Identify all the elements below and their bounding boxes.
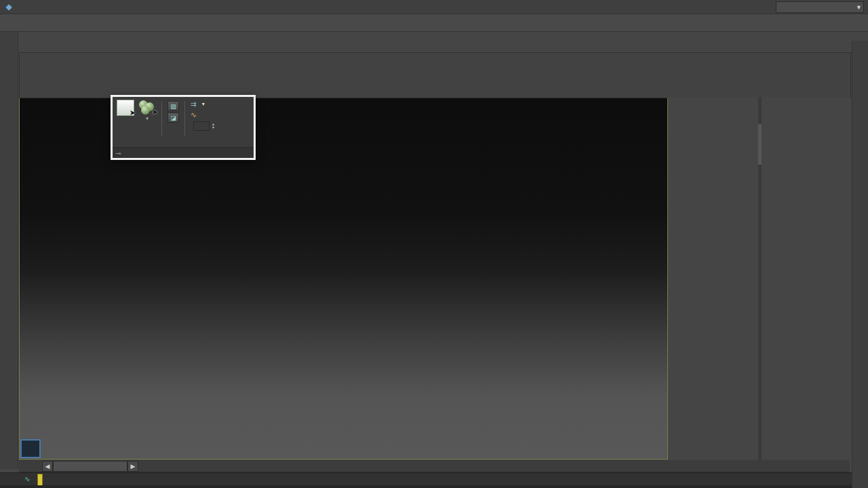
- fill-group: ▨ ◪: [167, 100, 179, 123]
- main-toolbar: [0, 14, 868, 32]
- trackbar-curves-icon[interactable]: ∿: [24, 475, 30, 483]
- steploop-icon: ⇉: [191, 100, 197, 108]
- outline-button[interactable]: ➤: [117, 100, 134, 117]
- app-logo-icon[interactable]: ◆: [0, 1, 18, 13]
- track-bar[interactable]: ∿: [0, 472, 868, 486]
- steploop-group: ⇉ ▾ ∿ ▴▾: [191, 100, 214, 131]
- steploop-button[interactable]: ⇉ ▾: [191, 100, 214, 108]
- spinner-arrows[interactable]: ▴▾: [212, 123, 214, 129]
- left-vertical-toolbar: [0, 31, 18, 469]
- modify-selection-popup: ➤ ➤ ▾ ▨ ◪ ⇉ ▾ ∿: [111, 95, 256, 160]
- menu-bar: ◆ ▾: [0, 0, 868, 14]
- previous-frame-button[interactable]: ◀: [42, 461, 53, 472]
- frame-display[interactable]: [53, 461, 127, 472]
- fill-button[interactable]: ▨: [167, 101, 179, 111]
- popup-body: ➤ ➤ ▾ ▨ ◪ ⇉ ▾ ∿: [113, 97, 254, 147]
- ribbon: [19, 52, 851, 98]
- dot-gap-field[interactable]: [193, 121, 210, 131]
- time-slider: ◀ ▶: [42, 461, 138, 472]
- step-mode-button[interactable]: ∿: [191, 110, 214, 119]
- similar-icon: ➤: [138, 100, 156, 115]
- panel-scrollbar[interactable]: [758, 97, 762, 468]
- similar-button[interactable]: ➤ ▾: [138, 100, 156, 119]
- time-slider-row: ◀ ▶: [19, 460, 850, 472]
- workspace-dropdown[interactable]: ▾: [776, 1, 864, 13]
- status-strip: [0, 485, 868, 488]
- pin-icon[interactable]: ⊸: [113, 149, 124, 157]
- chevron-down-icon: ▾: [202, 101, 205, 107]
- chevron-down-icon: ▾: [857, 3, 861, 11]
- workspaces-area: ▾: [773, 1, 868, 13]
- step-mode-icon: ∿: [191, 110, 197, 119]
- cursor-icon: ➤: [152, 108, 158, 117]
- divider: [184, 101, 185, 136]
- popup-caption-bar: ⊸: [113, 147, 254, 158]
- fill-hole-button[interactable]: ◪: [167, 113, 179, 123]
- ribbon-tab-bar: [19, 41, 850, 52]
- command-panel: [668, 97, 761, 468]
- next-frame-button[interactable]: ▶: [127, 461, 138, 472]
- divider: [161, 101, 162, 136]
- minimized-floater[interactable]: [20, 439, 41, 458]
- outline-icon: ➤: [117, 100, 134, 116]
- chevron-down-icon: ▾: [146, 117, 149, 119]
- dot-gap-row: ▴▾: [191, 121, 214, 131]
- timeline-playhead[interactable]: [37, 474, 43, 486]
- cursor-icon: ➤: [130, 108, 136, 117]
- command-panel-column-2: [762, 97, 850, 468]
- right-vertical-toolbar: [852, 41, 868, 488]
